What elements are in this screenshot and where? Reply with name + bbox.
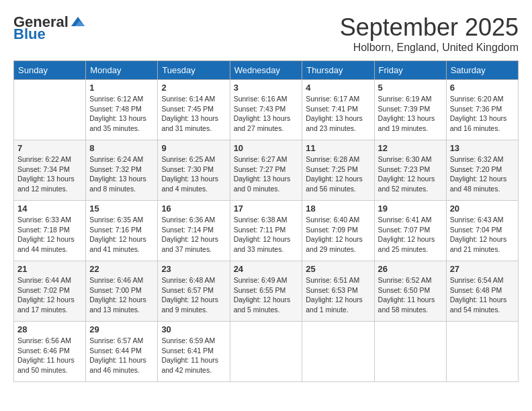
day-number: 10 [234,143,299,153]
calendar-header-row: Sunday Monday Tuesday Wednesday Thursday… [14,61,519,80]
col-wednesday: Wednesday [230,61,302,80]
table-row: 30Sunrise: 6:59 AMSunset: 6:41 PMDayligh… [158,322,230,382]
calendar-week-3: 14Sunrise: 6:33 AMSunset: 7:18 PMDayligh… [14,201,519,261]
day-number: 22 [89,264,154,274]
day-info: Sunrise: 6:51 AMSunset: 6:53 PMDaylight:… [306,275,370,315]
day-info: Sunrise: 6:14 AMSunset: 7:45 PMDaylight:… [161,94,226,134]
day-info: Sunrise: 6:46 AMSunset: 7:00 PMDaylight:… [89,275,154,315]
title-block: September 2025 Holborn, England, United … [340,13,519,54]
col-thursday: Thursday [302,61,374,80]
day-number: 15 [89,203,154,214]
table-row: 16Sunrise: 6:36 AMSunset: 7:14 PMDayligh… [158,201,230,261]
day-number: 20 [450,203,515,214]
day-number: 30 [161,324,226,334]
day-number: 21 [17,264,82,274]
day-info: Sunrise: 6:33 AMSunset: 7:18 PMDaylight:… [17,215,82,255]
table-row: 14Sunrise: 6:33 AMSunset: 7:18 PMDayligh… [14,201,86,261]
col-tuesday: Tuesday [158,61,230,80]
day-number: 14 [17,203,82,214]
day-info: Sunrise: 6:19 AMSunset: 7:39 PMDaylight:… [378,94,443,134]
table-row: 3Sunrise: 6:16 AMSunset: 7:43 PMDaylight… [230,80,302,140]
table-row: 9Sunrise: 6:25 AMSunset: 7:30 PMDaylight… [158,140,230,201]
day-number: 8 [89,143,154,153]
table-row: 26Sunrise: 6:52 AMSunset: 6:50 PMDayligh… [374,261,446,322]
table-row: 29Sunrise: 6:57 AMSunset: 6:44 PMDayligh… [86,322,158,382]
calendar-week-4: 21Sunrise: 6:44 AMSunset: 7:02 PMDayligh… [14,261,519,322]
logo: General Blue [13,13,86,43]
table-row: 18Sunrise: 6:40 AMSunset: 7:09 PMDayligh… [302,201,374,261]
table-row: 28Sunrise: 6:56 AMSunset: 6:46 PMDayligh… [14,322,86,382]
table-row: 1Sunrise: 6:12 AMSunset: 7:48 PMDaylight… [86,80,158,140]
day-number: 7 [17,143,82,153]
table-row: 13Sunrise: 6:32 AMSunset: 7:20 PMDayligh… [446,140,518,201]
day-number: 17 [234,203,299,214]
day-info: Sunrise: 6:57 AMSunset: 6:44 PMDaylight:… [89,336,154,375]
day-info: Sunrise: 6:30 AMSunset: 7:23 PMDaylight:… [378,154,443,194]
table-row: 25Sunrise: 6:51 AMSunset: 6:53 PMDayligh… [302,261,374,322]
day-info: Sunrise: 6:16 AMSunset: 7:43 PMDaylight:… [234,94,299,134]
day-info: Sunrise: 6:25 AMSunset: 7:30 PMDaylight:… [161,154,226,194]
table-row: 12Sunrise: 6:30 AMSunset: 7:23 PMDayligh… [374,140,446,201]
day-number: 25 [306,264,370,274]
calendar-week-5: 28Sunrise: 6:56 AMSunset: 6:46 PMDayligh… [14,322,519,382]
col-saturday: Saturday [446,61,518,80]
table-row: 10Sunrise: 6:27 AMSunset: 7:27 PMDayligh… [230,140,302,201]
table-row: 24Sunrise: 6:49 AMSunset: 6:55 PMDayligh… [230,261,302,322]
table-row: 20Sunrise: 6:43 AMSunset: 7:04 PMDayligh… [446,201,518,261]
day-info: Sunrise: 6:24 AMSunset: 7:32 PMDaylight:… [89,154,154,194]
col-sunday: Sunday [14,61,86,80]
day-info: Sunrise: 6:59 AMSunset: 6:41 PMDaylight:… [161,336,226,375]
page-header: General Blue September 2025 Holborn, Eng… [13,13,519,54]
day-info: Sunrise: 6:40 AMSunset: 7:09 PMDaylight:… [306,215,370,255]
day-info: Sunrise: 6:32 AMSunset: 7:20 PMDaylight:… [450,154,515,194]
day-number: 12 [378,143,443,153]
day-number: 29 [89,324,154,334]
table-row: 19Sunrise: 6:41 AMSunset: 7:07 PMDayligh… [374,201,446,261]
table-row: 7Sunrise: 6:22 AMSunset: 7:34 PMDaylight… [14,140,86,201]
table-row [374,322,446,382]
day-info: Sunrise: 6:35 AMSunset: 7:16 PMDaylight:… [89,215,154,255]
day-number: 28 [17,324,82,334]
day-info: Sunrise: 6:27 AMSunset: 7:27 PMDaylight:… [234,154,299,194]
day-number: 24 [234,264,299,274]
day-info: Sunrise: 6:22 AMSunset: 7:34 PMDaylight:… [17,154,82,194]
table-row: 27Sunrise: 6:54 AMSunset: 6:48 PMDayligh… [446,261,518,322]
day-number: 23 [161,264,226,274]
day-number: 4 [306,83,370,93]
day-info: Sunrise: 6:54 AMSunset: 6:48 PMDaylight:… [450,275,515,315]
day-number: 26 [378,264,443,274]
table-row [230,322,302,382]
day-number: 18 [306,203,370,214]
day-number: 19 [378,203,443,214]
table-row: 8Sunrise: 6:24 AMSunset: 7:32 PMDaylight… [86,140,158,201]
logo-blue: Blue [13,26,46,43]
day-number: 1 [89,83,154,93]
day-info: Sunrise: 6:56 AMSunset: 6:46 PMDaylight:… [17,336,82,375]
table-row [14,80,86,140]
day-info: Sunrise: 6:48 AMSunset: 6:57 PMDaylight:… [161,275,226,315]
table-row: 22Sunrise: 6:46 AMSunset: 7:00 PMDayligh… [86,261,158,322]
table-row [446,322,518,382]
day-number: 6 [450,83,515,93]
logo-icon [70,14,86,30]
day-info: Sunrise: 6:41 AMSunset: 7:07 PMDaylight:… [378,215,443,255]
table-row: 6Sunrise: 6:20 AMSunset: 7:36 PMDaylight… [446,80,518,140]
day-number: 11 [306,143,370,153]
table-row: 5Sunrise: 6:19 AMSunset: 7:39 PMDaylight… [374,80,446,140]
day-info: Sunrise: 6:44 AMSunset: 7:02 PMDaylight:… [17,275,82,315]
calendar: Sunday Monday Tuesday Wednesday Thursday… [13,60,519,382]
day-info: Sunrise: 6:43 AMSunset: 7:04 PMDaylight:… [450,215,515,255]
day-info: Sunrise: 6:12 AMSunset: 7:48 PMDaylight:… [89,94,154,134]
table-row: 23Sunrise: 6:48 AMSunset: 6:57 PMDayligh… [158,261,230,322]
table-row: 11Sunrise: 6:28 AMSunset: 7:25 PMDayligh… [302,140,374,201]
day-info: Sunrise: 6:36 AMSunset: 7:14 PMDaylight:… [161,215,226,255]
table-row: 17Sunrise: 6:38 AMSunset: 7:11 PMDayligh… [230,201,302,261]
table-row: 4Sunrise: 6:17 AMSunset: 7:41 PMDaylight… [302,80,374,140]
day-number: 3 [234,83,299,93]
table-row [302,322,374,382]
day-number: 13 [450,143,515,153]
day-info: Sunrise: 6:20 AMSunset: 7:36 PMDaylight:… [450,94,515,134]
day-info: Sunrise: 6:38 AMSunset: 7:11 PMDaylight:… [234,215,299,255]
day-number: 5 [378,83,443,93]
table-row: 15Sunrise: 6:35 AMSunset: 7:16 PMDayligh… [86,201,158,261]
